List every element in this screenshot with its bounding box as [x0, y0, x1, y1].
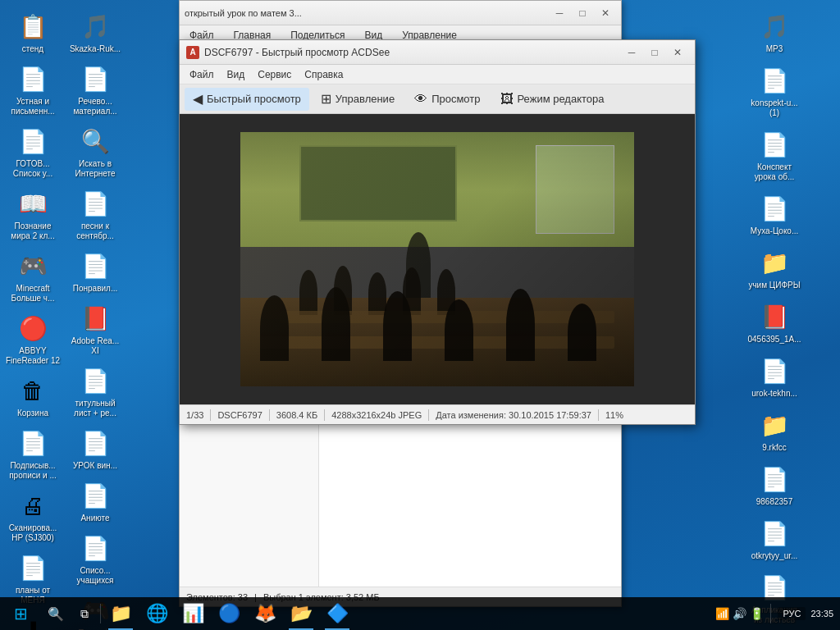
desktop-icon-n98682357[interactable]: 📄98682357 — [745, 459, 804, 510]
fm-close-button[interactable]: ✕ — [595, 4, 616, 22]
rkfcc-icon: 📁 — [758, 409, 791, 441]
desktop-icon-mukha[interactable]: 📄Муха-Цоко... — [745, 189, 804, 240]
acdsee-menu-справка[interactable]: Справка — [298, 67, 349, 82]
ustna-icon: 📄 — [16, 62, 49, 95]
urok_tekhn-label: urok-tekhn... — [751, 389, 797, 399]
desktop-icon-pozn[interactable]: 📖Познание мира 2 кл... — [3, 184, 62, 244]
taskbar-app-powerpoint[interactable]: 📊 — [175, 597, 211, 630]
desktop-icon-konspekt[interactable]: 📄konspekt-u... (1) — [745, 61, 804, 121]
anyute-icon: 📄 — [79, 479, 112, 512]
task-view-button[interactable]: ⧉ — [70, 597, 98, 630]
acdsee-minimize-button[interactable]: ─ — [621, 43, 642, 62]
desktop-icon-abbyy[interactable]: 🔴ABBYY FineReader 12 — [3, 308, 62, 369]
taskbar-app-firefox[interactable]: 🦊 — [247, 597, 283, 630]
desktop-icon-skazka[interactable]: 🎵Skazka-Ruk... — [66, 7, 125, 57]
taskbar-app-chrome[interactable]: 🔵 — [211, 597, 247, 630]
acdsee-window-controls: ─ □ ✕ — [621, 43, 688, 62]
desktop-icon-stend[interactable]: 📋стенд — [3, 7, 62, 57]
fm-maximize-button[interactable]: □ — [572, 4, 593, 22]
urok-icon: 📄 — [79, 427, 112, 459]
desktop-icon-uchim[interactable]: 📁учим ЦИФРЫ — [745, 243, 804, 294]
desktop-icon-ponrav[interactable]: 📄Понравил... — [66, 246, 125, 297]
ponrav-label: Понравил... — [73, 284, 117, 294]
desktop-icon-gotov[interactable]: 📄ГОТОВ... Список у... — [3, 121, 62, 182]
otkrytyy-icon: 📄 — [758, 517, 791, 550]
app2-icon: 🔷 — [326, 603, 349, 624]
taskbar-app-edge[interactable]: 🌐 — [139, 597, 175, 630]
acdsee-menu-вид[interactable]: Вид — [221, 67, 252, 82]
acdsee-status-sep4 — [428, 409, 429, 421]
editor-icon: 🖼 — [500, 92, 514, 107]
tray-volume-icon: 🔊 — [733, 607, 746, 620]
taskbar-search-button[interactable]: 🔍 — [41, 597, 70, 630]
desktop-icon-titulnyy[interactable]: 📄титульный лист + ре... — [66, 361, 125, 422]
korzina-icon: 🗑 — [16, 374, 49, 407]
clock-time: 23:35 — [810, 609, 833, 619]
rechev-label: Речево... материал... — [67, 97, 123, 116]
acdsee-window[interactable]: A DSCF6797 - Быстрый просмотр ACDSee ─ □… — [179, 39, 696, 425]
desktop-icon-rechev[interactable]: 📄Речево... материал... — [66, 59, 125, 120]
start-button[interactable]: ⊞ — [0, 597, 41, 630]
iskat-label: Искать в Интернете — [67, 159, 123, 179]
pozn-icon: 📖 — [16, 187, 49, 220]
gotov-label: ГОТОВ... Список у... — [5, 159, 61, 179]
manage-icon: ⊞ — [321, 91, 331, 107]
acdsee-close-button[interactable]: ✕ — [667, 43, 688, 62]
acdsee-toolbar-view[interactable]: 👁Просмотр — [406, 88, 488, 111]
desktop-icon-minecraft[interactable]: 🎮Minecraft Больше ч... — [3, 246, 62, 307]
desktop-icon-mp3icon[interactable]: 🎵MP3 — [745, 7, 804, 57]
desktop-icon-spisok[interactable]: 📄Списо... учащихся — [66, 528, 125, 589]
desktop-icon-podpis[interactable]: 📄Подписыв... прописи и ... — [3, 423, 62, 484]
taskbar-app-app2[interactable]: 🔷 — [319, 597, 355, 630]
acdsee-toolbar: ◀Быстрый просмотр⊞Управление👁Просмотр🖼Ре… — [180, 84, 695, 114]
fm-minimize-button[interactable]: ─ — [549, 4, 570, 22]
acdsee-restore-button[interactable]: □ — [644, 43, 665, 62]
quick_view-label: Быстрый просмотр — [207, 93, 301, 105]
acdsee-menu-файл[interactable]: Файл — [183, 67, 221, 82]
edge-icon: 🌐 — [146, 603, 168, 624]
explorer-icon: 📁 — [110, 603, 132, 624]
acdsee-toolbar-manage[interactable]: ⊞Управление — [313, 88, 403, 111]
tray-battery-icon: 🔋 — [750, 607, 764, 620]
skan-label: Сканирова... HP (SJ300) — [5, 523, 61, 543]
desktop-icon-pesni[interactable]: 📄песни к сентябр... — [66, 184, 125, 244]
desktop-icon-anyute[interactable]: 📄Аниюте — [66, 476, 125, 527]
desktop-icon-ustna[interactable]: 📄Устная и письменн... — [3, 59, 62, 120]
adobe-label: Adobe Rea... XI — [67, 336, 123, 356]
desktop-icon-konspekt2[interactable]: 📄Конспект урока об... — [745, 125, 804, 185]
taskbar-clock[interactable]: 23:35 — [810, 609, 833, 619]
pesni-icon: 📄 — [79, 187, 112, 220]
acdsee-toolbar-editor[interactable]: 🖼Режим редактора — [492, 88, 613, 111]
konspekt2-icon: 📄 — [758, 128, 791, 161]
skazka-label: Skazka-Ruk... — [70, 44, 121, 54]
acdsee-toolbar-quick_view[interactable]: ◀Быстрый просмотр — [185, 88, 309, 111]
firefox-icon: 🦊 — [254, 603, 276, 624]
taskbar-app-explorer[interactable]: 📁 — [103, 597, 139, 630]
language-indicator[interactable]: РУС — [778, 607, 806, 620]
desktop-icon-urok[interactable]: 📄УРОК вин... — [66, 423, 125, 474]
stend-icon: 📋 — [16, 10, 49, 43]
desktop-icon-otkrytyy[interactable]: 📄otkrytyy_ur... — [745, 514, 804, 564]
manage-label: Управление — [336, 93, 395, 105]
desktop-icon-adobe[interactable]: 📕Adobe Rea... XI — [66, 299, 125, 359]
desktop-icon-rkfcc[interactable]: 📁9.rkfcc — [745, 405, 804, 456]
skazka-icon: 🎵 — [79, 10, 112, 43]
desktop-icon-skan[interactable]: 🖨Сканирова... HP (SJ300) — [3, 486, 62, 546]
titulnyy-label: титульный лист + ре... — [67, 399, 123, 418]
rechev-icon: 📄 — [79, 62, 112, 95]
konspekt-icon: 📄 — [758, 64, 791, 97]
abbyy-label: ABBYY FineReader 12 — [5, 346, 61, 366]
powerpoint-icon: 📊 — [182, 603, 204, 624]
desktop: 📋стенд📄Устная и письменн...📄ГОТОВ... Спи… — [0, 0, 840, 630]
acdsee-menu-сервис[interactable]: Сервис — [251, 67, 298, 82]
taskbar-app-folder2[interactable]: 📂 — [283, 597, 319, 630]
spisok-icon: 📄 — [79, 532, 112, 564]
rkfcc-label: 9.rkfcc — [762, 443, 786, 453]
desktop-icon-korzina[interactable]: 🗑Корзина — [3, 371, 62, 422]
taskbar-divider — [100, 604, 101, 623]
task-view-icon: ⧉ — [80, 607, 89, 621]
fm-titlebar: открытый урок по матем 3... ─ □ ✕ — [180, 1, 621, 25]
desktop-icon-pdf456[interactable]: 📕0456395_1А... — [745, 297, 804, 348]
desktop-icon-iskat[interactable]: 🔍Искать в Интернете — [66, 121, 125, 182]
desktop-icon-urok_tekhn[interactable]: 📄urok-tekhn... — [745, 351, 804, 402]
